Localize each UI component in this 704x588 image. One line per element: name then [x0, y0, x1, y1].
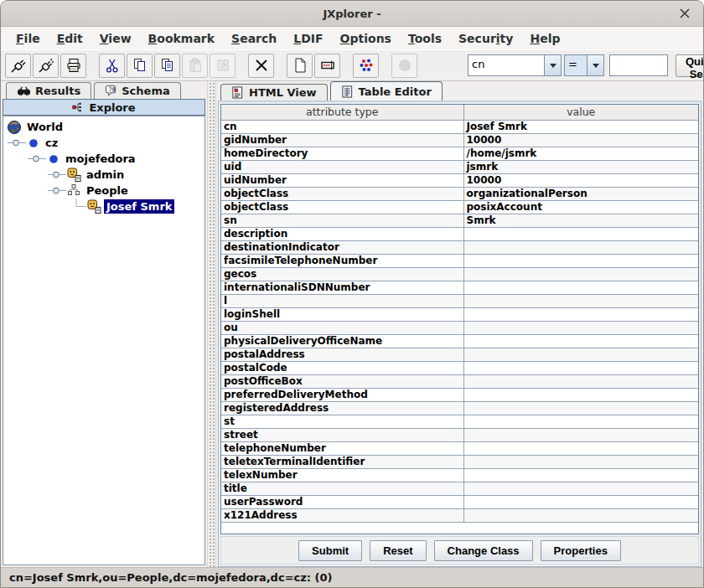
tree-handle-icon[interactable]: [27, 151, 47, 167]
attribute-type-cell[interactable]: postalCode: [221, 361, 463, 374]
value-cell[interactable]: [463, 482, 698, 495]
menu-security[interactable]: Security: [450, 29, 521, 48]
value-cell[interactable]: 10000: [463, 173, 698, 187]
attribute-type-cell[interactable]: preferredDeliveryMethod: [221, 388, 463, 401]
attribute-type-cell[interactable]: description: [221, 227, 463, 240]
attribute-type-cell[interactable]: title: [221, 482, 463, 495]
tab-results[interactable]: Results: [6, 82, 91, 99]
attribute-type-cell[interactable]: st: [221, 415, 463, 428]
menu-ldif[interactable]: LDIF: [285, 29, 331, 48]
change-class-button[interactable]: Change Class: [434, 540, 533, 561]
attribute-type-cell[interactable]: homeDirectory: [221, 147, 463, 160]
attribute-type-cell[interactable]: facsimileTelephoneNumber: [221, 254, 463, 267]
attribute-type-cell[interactable]: uidNumber: [221, 173, 463, 187]
attribute-type-cell[interactable]: cn: [221, 120, 463, 133]
attribute-type-cell[interactable]: sn: [221, 214, 463, 227]
value-cell[interactable]: [463, 267, 698, 281]
properties-button[interactable]: Properties: [541, 540, 621, 561]
value-cell[interactable]: [463, 508, 698, 522]
copy-button[interactable]: [127, 54, 153, 78]
attribute-type-cell[interactable]: teletexTerminalIdentifier: [221, 455, 463, 468]
value-cell[interactable]: [463, 468, 698, 482]
attribute-type-cell[interactable]: x121Address: [221, 508, 463, 522]
submit-button[interactable]: Submit: [298, 540, 362, 561]
tree-node-admin[interactable]: admin: [3, 167, 204, 183]
operator-combobox[interactable]: =: [564, 54, 604, 76]
attribute-type-cell[interactable]: ou: [221, 321, 463, 334]
attribute-combobox-value[interactable]: cn: [468, 54, 545, 76]
attribute-type-cell[interactable]: userPassword: [221, 495, 463, 508]
operator-combobox-value[interactable]: =: [564, 54, 588, 76]
menu-file[interactable]: File: [8, 29, 49, 48]
attribute-type-cell[interactable]: street: [221, 428, 463, 441]
tree-node-mojefedora[interactable]: mojefedora: [3, 151, 204, 167]
value-cell[interactable]: posixAccount: [463, 200, 698, 214]
menu-edit[interactable]: Edit: [49, 29, 91, 48]
tab-html-view[interactable]: HTML View: [220, 84, 328, 101]
attribute-combobox[interactable]: cn: [468, 54, 562, 76]
menu-options[interactable]: Options: [332, 29, 400, 48]
attribute-type-cell[interactable]: gecos: [221, 267, 463, 281]
attribute-type-cell[interactable]: postOfficeBox: [221, 374, 463, 388]
value-cell[interactable]: [463, 281, 698, 294]
menu-help[interactable]: Help: [521, 29, 568, 48]
close-button[interactable]: [678, 7, 691, 20]
attribute-type-cell[interactable]: objectClass: [221, 187, 463, 200]
value-cell[interactable]: [463, 307, 698, 321]
value-cell[interactable]: [463, 401, 698, 415]
menu-view[interactable]: View: [91, 29, 140, 48]
attribute-type-cell[interactable]: destinationIndicator: [221, 240, 463, 254]
attribute-type-cell[interactable]: internationaliSDNNumber: [221, 281, 463, 294]
connect-button[interactable]: [5, 54, 31, 78]
panel-splitter[interactable]: [207, 81, 216, 567]
delete-button[interactable]: [248, 54, 274, 78]
tab-explore[interactable]: Explore: [3, 99, 205, 116]
attribute-type-cell[interactable]: telexNumber: [221, 468, 463, 482]
rename-button[interactable]: [314, 54, 340, 78]
value-cell[interactable]: [463, 428, 698, 441]
value-cell[interactable]: [463, 361, 698, 374]
value-cell[interactable]: [463, 254, 698, 267]
value-cell[interactable]: [463, 388, 698, 401]
tree-handle-icon[interactable]: [47, 167, 67, 183]
tree-node-people[interactable]: People: [3, 183, 204, 199]
value-cell[interactable]: Josef Smrk: [463, 120, 698, 133]
attribute-type-cell[interactable]: physicalDeliveryOfficeName: [221, 334, 463, 348]
quick-search-button[interactable]: Quick Se...: [676, 54, 704, 77]
value-cell[interactable]: [463, 334, 698, 348]
tree-handle-icon[interactable]: [47, 183, 67, 199]
reset-button[interactable]: Reset: [370, 540, 426, 561]
disconnect-button[interactable]: [33, 54, 59, 78]
menu-tools[interactable]: Tools: [400, 29, 450, 48]
value-cell[interactable]: 10000: [463, 133, 698, 147]
value-cell[interactable]: [463, 495, 698, 508]
value-cell[interactable]: [463, 294, 698, 307]
tab-schema[interactable]: Schema: [94, 82, 180, 99]
value-cell[interactable]: [463, 374, 698, 388]
value-cell[interactable]: [463, 227, 698, 240]
value-cell[interactable]: [463, 240, 698, 254]
value-cell[interactable]: [463, 455, 698, 468]
tab-table-editor[interactable]: Table Editor: [330, 81, 443, 101]
attribute-type-cell[interactable]: uid: [221, 160, 463, 173]
print-button[interactable]: [60, 54, 86, 78]
value-cell[interactable]: [463, 321, 698, 334]
attribute-type-cell[interactable]: objectClass: [221, 200, 463, 214]
attribute-type-cell[interactable]: telephoneNumber: [221, 441, 463, 455]
tree-node-cz[interactable]: cz: [3, 135, 204, 151]
value-cell[interactable]: [463, 415, 698, 428]
tree-handle-icon[interactable]: [7, 135, 27, 151]
value-cell[interactable]: [463, 441, 698, 455]
attribute-type-cell[interactable]: postalAddress: [221, 348, 463, 361]
cut-button[interactable]: [99, 54, 125, 78]
new-entry-button[interactable]: [287, 54, 313, 78]
operator-combobox-arrow[interactable]: [588, 54, 604, 76]
menu-bookmark[interactable]: Bookmark: [140, 29, 223, 48]
attribute-combobox-arrow[interactable]: [545, 54, 562, 76]
menu-search[interactable]: Search: [223, 29, 285, 48]
value-cell[interactable]: [463, 348, 698, 361]
tree-node-world[interactable]: World: [3, 119, 204, 135]
value-cell[interactable]: jsmrk: [463, 160, 698, 173]
value-cell[interactable]: Smrk: [463, 214, 698, 227]
attribute-type-cell[interactable]: loginShell: [221, 307, 463, 321]
